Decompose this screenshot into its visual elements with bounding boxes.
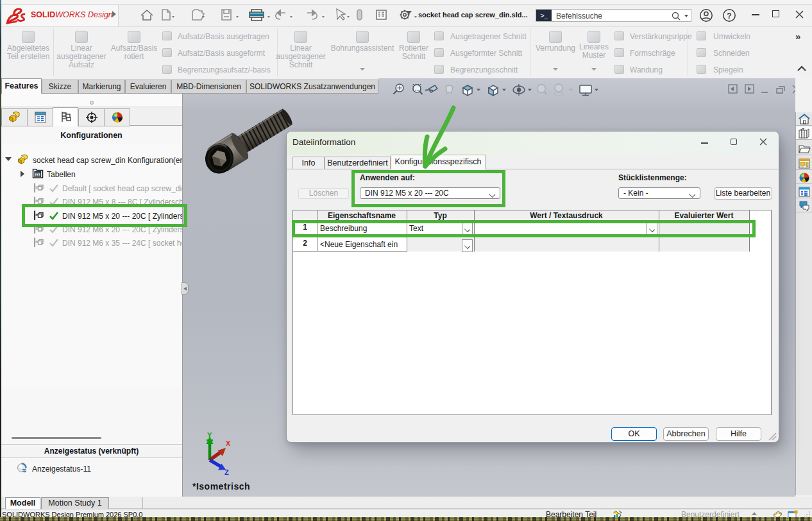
svg-text:?: ? — [727, 12, 731, 21]
svg-text:Z: Z — [224, 468, 229, 475]
svg-text:Y: Y — [207, 432, 212, 439]
svg-text:X: X — [226, 440, 231, 447]
